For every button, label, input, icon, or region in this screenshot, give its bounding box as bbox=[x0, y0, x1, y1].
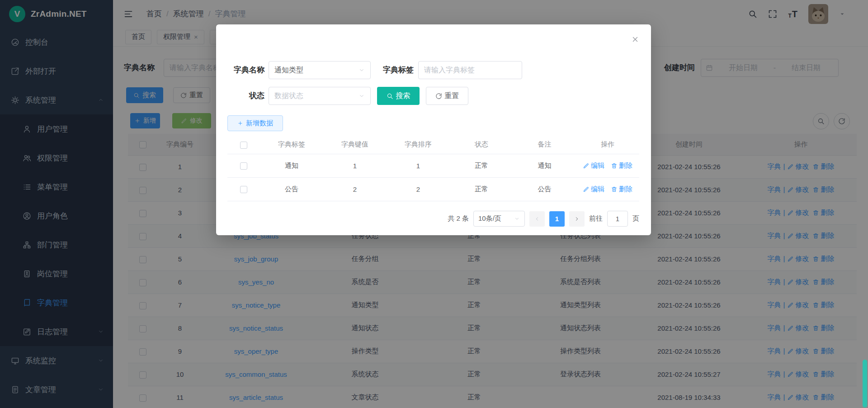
pencil-icon bbox=[583, 186, 590, 193]
pagination-total: 共 2 条 bbox=[448, 214, 469, 223]
cell-status: 正常 bbox=[450, 177, 513, 201]
close-icon bbox=[631, 35, 639, 43]
cell-value: 2 bbox=[323, 177, 387, 201]
modal-reset-button[interactable]: 重置 bbox=[426, 87, 468, 105]
modal-status-select[interactable]: 数据状态 bbox=[269, 87, 371, 105]
page-size-select[interactable]: 10条/页 bbox=[473, 211, 525, 227]
chevron-left-icon bbox=[534, 216, 540, 222]
page-scrollbar[interactable] bbox=[863, 360, 867, 408]
cell-value: 1 bbox=[323, 154, 387, 177]
cell-remark: 公告 bbox=[513, 177, 576, 201]
row-edit-link[interactable]: 编辑 bbox=[583, 161, 604, 169]
modal-status-label: 状态 bbox=[228, 87, 264, 105]
dialog-table-row: 公告22正常公告编辑删除 bbox=[227, 177, 639, 201]
cell-remark: 通知 bbox=[513, 154, 576, 177]
cell-label: 公告 bbox=[260, 177, 323, 201]
cell-label: 通知 bbox=[260, 154, 323, 177]
status-placeholder: 数据状态 bbox=[274, 91, 303, 101]
dialog-close-button[interactable] bbox=[631, 35, 639, 45]
column-header: 状态 bbox=[450, 136, 513, 154]
column-header: 字典标签 bbox=[260, 136, 323, 154]
cell-sort: 2 bbox=[387, 177, 450, 201]
goto-page-input[interactable] bbox=[607, 211, 628, 227]
chevron-down-icon bbox=[359, 93, 365, 99]
dict-data-dialog: 字典名称 通知类型 字典标签 状态 数据状态 搜索 重置 新增数据 字典标签字典… bbox=[216, 24, 651, 235]
chevron-right-icon bbox=[574, 216, 580, 222]
row-checkbox[interactable] bbox=[240, 186, 247, 193]
modal-dict-label-label: 字典标签 bbox=[379, 61, 414, 79]
chevron-down-icon bbox=[514, 216, 520, 222]
search-icon bbox=[387, 93, 393, 100]
row-edit-link[interactable]: 编辑 bbox=[583, 185, 604, 193]
plus-icon bbox=[237, 120, 243, 126]
cell-sort: 1 bbox=[387, 154, 450, 177]
modal-search-button[interactable]: 搜索 bbox=[377, 87, 420, 105]
row-checkbox[interactable] bbox=[240, 162, 247, 170]
prev-page-button[interactable] bbox=[529, 211, 545, 227]
dialog-table-row: 通知11正常通知编辑删除 bbox=[227, 154, 639, 177]
modal-dict-name-label: 字典名称 bbox=[228, 61, 264, 79]
dialog-table: 字典标签字典键值字典排序状态备注操作 通知11正常通知编辑删除公告22正常公告编… bbox=[227, 136, 639, 201]
modal-dict-name-select[interactable]: 通知类型 bbox=[269, 61, 371, 79]
next-page-button[interactable] bbox=[569, 211, 585, 227]
dialog-pagination: 共 2 条 10条/页 1 前往 页 bbox=[227, 211, 639, 227]
chevron-down-icon bbox=[359, 67, 365, 73]
trash-icon bbox=[611, 162, 618, 169]
dialog-table-body: 通知11正常通知编辑删除公告22正常公告编辑删除 bbox=[227, 154, 639, 201]
column-header: 字典键值 bbox=[323, 136, 387, 154]
pencil-icon bbox=[583, 162, 590, 169]
column-header: 备注 bbox=[513, 136, 576, 154]
dialog-select-all-checkbox[interactable] bbox=[240, 142, 247, 149]
page-number-button[interactable]: 1 bbox=[549, 211, 565, 227]
add-data-button[interactable]: 新增数据 bbox=[227, 115, 283, 131]
row-delete-link[interactable]: 删除 bbox=[611, 161, 632, 169]
trash-icon bbox=[611, 186, 618, 193]
modal-dict-label-input[interactable] bbox=[418, 61, 522, 79]
dialog-table-head-row: 字典标签字典键值字典排序状态备注操作 bbox=[227, 136, 639, 154]
refresh-icon bbox=[435, 93, 442, 100]
goto-label: 前往 bbox=[589, 214, 603, 223]
column-header: 字典排序 bbox=[387, 136, 450, 154]
selected-dict-name: 通知类型 bbox=[274, 66, 303, 75]
cell-status: 正常 bbox=[450, 154, 513, 177]
page-unit-label: 页 bbox=[632, 214, 639, 223]
dialog-table-wrap: 字典标签字典键值字典排序状态备注操作 通知11正常通知编辑删除公告22正常公告编… bbox=[227, 136, 639, 201]
column-header: 操作 bbox=[576, 136, 639, 154]
row-delete-link[interactable]: 删除 bbox=[611, 185, 632, 193]
